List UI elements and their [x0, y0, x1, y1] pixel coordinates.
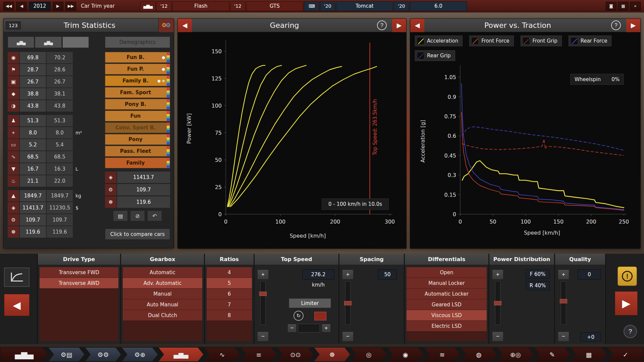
top-speed-value[interactable]: 276.2 [302, 269, 334, 280]
demographic-item[interactable]: Pass. Fleet [105, 146, 170, 157]
gearbox-option[interactable]: Adv. Automatic [123, 278, 202, 288]
car-tab-name[interactable]: Tomcat [336, 1, 393, 11]
demographic-item[interactable]: Fun [105, 111, 170, 121]
gearing-tab[interactable]: ☸ [314, 348, 350, 361]
spacing-slider[interactable] [345, 281, 351, 325]
legend-acceleration[interactable]: Acceleration [415, 36, 463, 46]
engine-variant-tab[interactable]: ⚙⚙ [85, 348, 121, 361]
gearbox-option[interactable]: Dual Clutch [123, 310, 202, 320]
ratios-option[interactable]: 8 [207, 310, 252, 320]
camera-button[interactable]: ◙ [606, 2, 616, 11]
finish-tab[interactable]: ✓ [608, 348, 643, 361]
demographic-item[interactable]: Fun B.● [105, 52, 170, 63]
warning-button[interactable]: ! [618, 266, 637, 286]
disable-button[interactable]: ⊘ [130, 210, 145, 221]
legend-rear-grip[interactable]: Rear Grip [415, 50, 455, 61]
quality-decrease-button[interactable]: − [558, 331, 569, 342]
demographic-item[interactable]: Family [105, 158, 170, 168]
demographics-header[interactable]: Demographics [105, 37, 170, 48]
trim-year-last-button[interactable]: ▶▶ [65, 2, 76, 11]
ratios-option[interactable]: 5 [207, 278, 252, 288]
quality-increase-button[interactable]: + [558, 269, 569, 280]
top-speed-slider[interactable] [260, 281, 266, 325]
notes-button[interactable]: ▤ [113, 210, 128, 221]
spacing-slider-handle[interactable] [344, 301, 352, 305]
legend-front-grip[interactable]: Front Grip [521, 36, 562, 46]
car-tab-year[interactable]: '20 [394, 1, 409, 11]
legend-rear-force[interactable]: Rear Force [569, 36, 612, 46]
next-section-button[interactable]: ▶ [615, 291, 638, 315]
transmission-tab[interactable]: ▄▆▄ [159, 348, 203, 361]
power-distribution-slider[interactable] [495, 281, 500, 325]
power-next-button[interactable]: ▶ [626, 19, 640, 32]
trim-year-prev-button[interactable]: ◀ [16, 2, 27, 11]
keyboard-icon[interactable]: ⌨ [304, 1, 319, 11]
differentials-option[interactable]: Manual Locker [407, 278, 487, 288]
stats-mode-badge[interactable]: 123 [6, 21, 21, 29]
gearing-prev-button[interactable]: ◀ [178, 19, 192, 32]
top-speed-slider-handle[interactable] [259, 292, 267, 296]
trim-year-next-button[interactable]: ▶ [53, 2, 63, 11]
car-tab-name[interactable]: Flash [172, 1, 229, 11]
ratios-option[interactable]: 7 [207, 299, 252, 310]
car-tab-year[interactable]: '20 [320, 1, 335, 11]
differentials-option[interactable]: Electric LSD [407, 321, 487, 331]
car-body-tab[interactable]: ▄▆▄ [1, 348, 48, 361]
car-tab-name[interactable]: GTS [246, 1, 303, 11]
quality-slider[interactable] [561, 281, 566, 325]
top-speed-increase-button[interactable]: + [257, 269, 269, 280]
top-speed-fine-increase-button[interactable]: + [322, 324, 331, 333]
engine-family-tab[interactable]: ⚙▤ [49, 348, 84, 361]
top-speed-fine-input[interactable] [298, 324, 320, 333]
graph-toggle-button[interactable] [4, 267, 30, 287]
quality-value[interactable]: 0 [578, 269, 601, 280]
brakes-tab[interactable]: ◍ [461, 348, 496, 361]
gearbox-option[interactable]: Automatic [123, 267, 202, 278]
drive-type-option[interactable]: Transverse FWD [40, 267, 118, 278]
compare-settings-button[interactable]: ⚙⚙ [158, 19, 174, 32]
spacing-increase-button[interactable]: + [342, 269, 354, 280]
suspension-tab[interactable]: ∿ [204, 348, 240, 361]
differentials-option[interactable]: Geared LSD [407, 299, 487, 310]
gearing-next-button[interactable]: ▶ [392, 19, 406, 32]
wheels-brakes-tab[interactable]: ⊕◎ [498, 348, 533, 361]
rims-tab[interactable]: ◎ [351, 348, 386, 361]
demographic-item[interactable]: Pony [105, 134, 170, 145]
drive-type-option[interactable]: Transverse AWD [40, 278, 118, 288]
power-distribution-increase-button[interactable]: + [492, 269, 503, 280]
differentials-option[interactable]: Automatic Locker [407, 289, 487, 299]
demographic-item[interactable]: Fun P.● [105, 64, 170, 74]
differentials-option[interactable]: Open [407, 267, 487, 278]
ratios-option[interactable]: 4 [207, 267, 252, 278]
help-button[interactable]: ? [624, 325, 637, 338]
legend-front-force[interactable]: Front Force [469, 36, 514, 46]
limiter-indicator[interactable] [314, 312, 326, 320]
gearbox-tab[interactable]: ≡ [241, 348, 276, 361]
engine-tuning-tab[interactable]: ⚙⊕ [122, 348, 158, 361]
top-speed-fine-decrease-button[interactable]: − [287, 324, 297, 333]
car-tab-name[interactable]: 6.0 [410, 1, 467, 11]
power-distribution-decrease-button[interactable]: − [492, 331, 503, 342]
gearbox-option[interactable]: Manual [123, 289, 202, 299]
top-speed-decrease-button[interactable]: − [257, 331, 269, 342]
photo-mode-button[interactable]: ▦ [618, 2, 629, 11]
tires-tab[interactable]: ◉ [388, 348, 423, 361]
trim-year-first-button[interactable]: ◀◀ [3, 2, 14, 11]
interior-gauges-tab[interactable]: ▦ [571, 348, 606, 361]
power-help-button[interactable]: ? [611, 20, 621, 30]
gearbox-option[interactable]: Auto Manual [123, 299, 202, 310]
aero-tab[interactable]: ≋ [424, 348, 460, 361]
compare-trim-button[interactable]: ▄▆▄ [35, 37, 61, 48]
differentials-option[interactable]: Viscous LSD [407, 310, 487, 320]
limiter-button[interactable]: Limiter [289, 298, 331, 308]
paint-tab[interactable]: ✎ [534, 348, 570, 361]
lights-fixtures-tab[interactable]: ⊙⊙ [278, 348, 313, 361]
advance-button[interactable]: » [630, 2, 641, 11]
car-icon[interactable]: ▄▆▄ [140, 1, 156, 11]
demographic-item[interactable]: Family B.●⊕ [105, 75, 170, 86]
ratios-option[interactable]: 6 [207, 289, 252, 299]
speed-gauge-button[interactable]: ↻ [293, 311, 304, 321]
power-distribution-slider-handle[interactable] [494, 301, 501, 305]
demographic-item[interactable]: Pony B. [105, 99, 170, 110]
demographic-item[interactable]: Conv. Sport B. [105, 122, 170, 133]
